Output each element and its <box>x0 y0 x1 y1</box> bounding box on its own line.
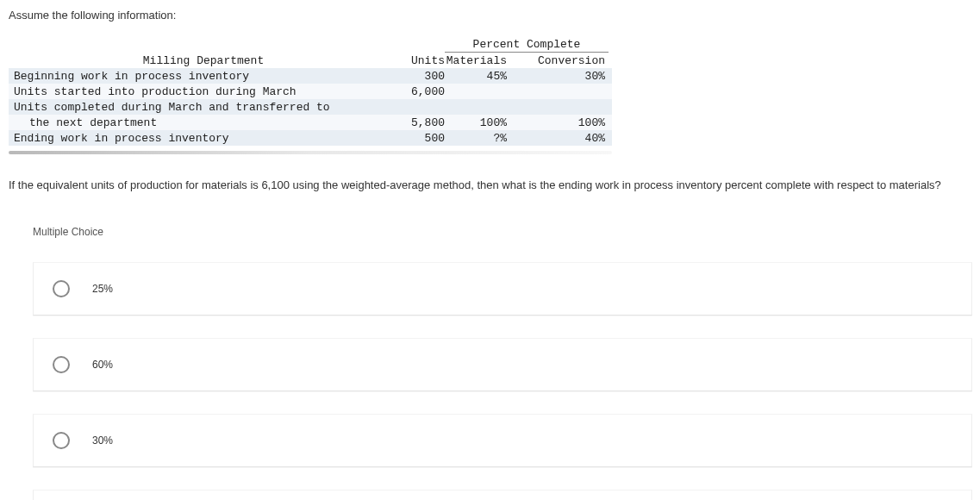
table-row: Ending work in process inventory 500 ?% … <box>9 130 612 146</box>
row-units: 5,800 <box>393 116 445 129</box>
row-label: Units completed during March and transfe… <box>14 101 393 114</box>
option-30[interactable]: 30% <box>33 414 972 467</box>
radio-icon[interactable] <box>53 356 70 373</box>
col-conversion-header: Conversion <box>522 54 609 67</box>
option-label: 60% <box>92 359 113 371</box>
row-materials: 45% <box>445 70 522 83</box>
col-units-header: Units <box>393 54 445 67</box>
row-materials: ?% <box>445 132 522 145</box>
row-materials: 100% <box>445 116 522 129</box>
row-units: 500 <box>393 132 445 145</box>
option-40[interactable]: 40% <box>33 490 972 500</box>
multiple-choice-label: Multiple Choice <box>33 226 971 238</box>
col-materials-header: Materials <box>445 54 522 67</box>
table-header-row: Milling Department Units Materials Conve… <box>9 53 612 68</box>
option-25[interactable]: 25% <box>33 262 972 316</box>
option-60[interactable]: 60% <box>33 338 972 391</box>
row-label: Ending work in process inventory <box>14 132 393 145</box>
row-label: Units started into production during Mar… <box>14 85 393 98</box>
radio-icon[interactable] <box>53 280 70 297</box>
row-units: 6,000 <box>393 85 445 98</box>
divider-rule <box>9 151 612 154</box>
option-label: 25% <box>92 283 113 295</box>
table-row: Beginning work in process inventory 300 … <box>9 68 612 84</box>
radio-icon[interactable] <box>53 432 70 449</box>
table-row: the next department 5,800 100% 100% <box>9 115 612 130</box>
multiple-choice-area: Multiple Choice 25% 60% 30% 40% <box>9 226 971 500</box>
row-units: 300 <box>393 70 445 83</box>
table-row: Units completed during March and transfe… <box>9 99 612 115</box>
row-conversion: 100% <box>522 116 609 129</box>
row-label: the next department <box>14 116 393 129</box>
dept-header: Milling Department <box>14 54 393 67</box>
row-conversion: 40% <box>522 132 609 145</box>
data-table: Percent Complete Milling Department Unit… <box>9 37 612 146</box>
row-conversion: 30% <box>522 70 609 83</box>
option-label: 30% <box>92 434 113 447</box>
row-label: Beginning work in process inventory <box>14 70 393 83</box>
table-row: Units started into production during Mar… <box>9 84 612 99</box>
intro-text: Assume the following information: <box>9 9 971 22</box>
question-text: If the equivalent units of production fo… <box>9 178 971 191</box>
percent-complete-header: Percent Complete <box>445 37 609 53</box>
